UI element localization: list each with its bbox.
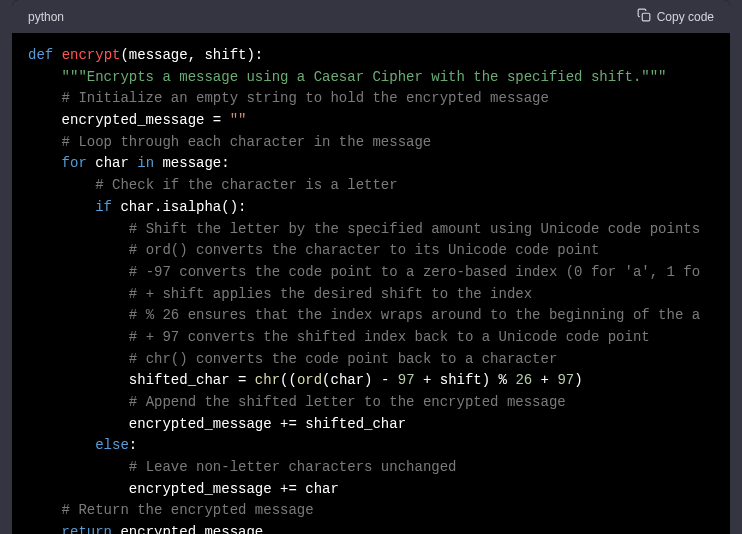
number: 97 — [557, 372, 574, 388]
function-name: encrypt — [62, 47, 121, 63]
code-text: encrypted_message — [112, 524, 263, 534]
svg-rect-0 — [642, 13, 650, 21]
code-header: python Copy code — [12, 0, 730, 33]
docstring: """Encrypts a message using a Caesar Cip… — [62, 69, 667, 85]
code-text: encrypted_message = — [62, 112, 230, 128]
comment: # % 26 ensures that the index wraps arou… — [129, 307, 700, 323]
code-text: message: — [154, 155, 230, 171]
comment: # Return the encrypted message — [62, 502, 314, 518]
copy-code-label: Copy code — [657, 10, 714, 24]
keyword-for: for — [62, 155, 87, 171]
copy-code-button[interactable]: Copy code — [637, 8, 714, 25]
comment: # Append the shifted letter to the encry… — [129, 394, 566, 410]
code-text: + shift) % — [415, 372, 516, 388]
keyword-return: return — [62, 524, 112, 534]
builtin-chr: chr — [255, 372, 280, 388]
keyword-in: in — [137, 155, 154, 171]
comment: # Loop through each character in the mes… — [62, 134, 432, 150]
code-text: shifted_char = — [129, 372, 255, 388]
comment: # + shift applies the desired shift to t… — [129, 286, 532, 302]
code-text: encrypted_message += shifted_char — [129, 416, 406, 432]
clipboard-icon — [637, 8, 651, 25]
code-text: (message, shift): — [120, 47, 263, 63]
comment: # Initialize an empty string to hold the… — [62, 90, 549, 106]
code-text: ) — [574, 372, 582, 388]
builtin-ord: ord — [297, 372, 322, 388]
comment: # ord() converts the character to its Un… — [129, 242, 599, 258]
code-text: char — [87, 155, 137, 171]
code-text: (char) - — [322, 372, 398, 388]
number: 97 — [398, 372, 415, 388]
code-text: (( — [280, 372, 297, 388]
code-text: encrypted_message += char — [129, 481, 339, 497]
language-label: python — [28, 10, 64, 24]
code-content[interactable]: def encrypt(message, shift): """Encrypts… — [12, 33, 730, 534]
comment: # + 97 converts the shifted index back t… — [129, 329, 650, 345]
keyword-else: else — [95, 437, 129, 453]
code-text: char.isalpha(): — [112, 199, 246, 215]
comment: # Check if the character is a letter — [95, 177, 397, 193]
string-literal: "" — [230, 112, 247, 128]
keyword-def: def — [28, 47, 53, 63]
code-text: + — [532, 372, 557, 388]
number: 26 — [515, 372, 532, 388]
code-block: python Copy code def encrypt(message, sh… — [12, 0, 730, 534]
comment: # -97 converts the code point to a zero-… — [129, 264, 700, 280]
comment: # Shift the letter by the specified amou… — [129, 221, 700, 237]
comment: # chr() converts the code point back to … — [129, 351, 557, 367]
comment: # Leave non-letter characters unchanged — [129, 459, 457, 475]
keyword-if: if — [95, 199, 112, 215]
code-text: : — [129, 437, 137, 453]
